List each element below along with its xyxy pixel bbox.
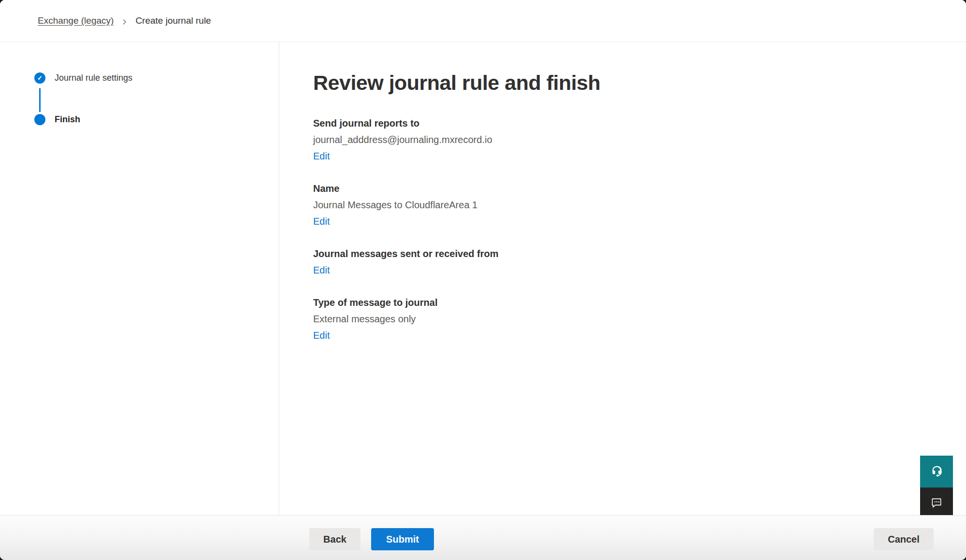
edit-send-journal-reports-link[interactable]: Edit	[313, 150, 330, 163]
section-label: Journal messages sent or received from	[313, 247, 947, 260]
chevron-right-icon	[121, 19, 128, 25]
chat-icon	[930, 496, 943, 511]
edit-journal-scope-link[interactable]: Edit	[313, 264, 330, 277]
action-bar: Back Submit Cancel	[0, 515, 966, 560]
section-label: Send journal reports to	[313, 117, 947, 130]
step-connector-line	[39, 88, 41, 112]
edit-message-type-link[interactable]: Edit	[313, 329, 330, 342]
journal-report-address-value: journal_adddress@journaling.mxrecord.io	[313, 133, 947, 146]
page-title: Review journal rule and finish	[313, 71, 947, 95]
rule-name-value: Journal Messages to CloudflareArea 1	[313, 199, 947, 212]
help-button[interactable]	[920, 456, 953, 488]
exchange-admin-window: Exchange (legacy) Create journal rule ✓ …	[0, 0, 966, 560]
message-type-value: External messages only	[313, 313, 947, 326]
wizard-step-journal-rule-settings[interactable]: Journal rule settings	[55, 72, 132, 84]
floating-button-stack	[920, 456, 953, 519]
cancel-button[interactable]: Cancel	[874, 528, 934, 550]
wizard-step-finish[interactable]: Finish	[55, 114, 80, 125]
submit-button[interactable]: Submit	[371, 528, 434, 550]
breadcrumb-current-page: Create journal rule	[135, 15, 211, 26]
section-journal-messages-sent-or-received: Journal messages sent or received from E…	[313, 247, 947, 277]
headset-icon	[930, 464, 943, 479]
step-current-dot-icon[interactable]	[34, 114, 45, 125]
edit-name-link[interactable]: Edit	[313, 215, 330, 228]
section-send-journal-reports-to: Send journal reports to journal_adddress…	[313, 117, 947, 163]
step-completed-check-icon[interactable]: ✓	[34, 72, 45, 84]
section-type-of-message: Type of message to journal External mess…	[313, 296, 947, 342]
section-label: Type of message to journal	[313, 296, 947, 309]
review-pane: Review journal rule and finish Send jour…	[279, 42, 966, 516]
back-button[interactable]: Back	[309, 528, 360, 550]
breadcrumb-exchange-legacy-link[interactable]: Exchange (legacy)	[38, 15, 114, 26]
wizard-step-panel: ✓ Journal rule settings Finish	[0, 42, 279, 516]
breadcrumb: Exchange (legacy) Create journal rule	[0, 0, 966, 42]
section-label: Name	[313, 182, 947, 195]
section-name: Name Journal Messages to CloudflareArea …	[313, 182, 947, 228]
